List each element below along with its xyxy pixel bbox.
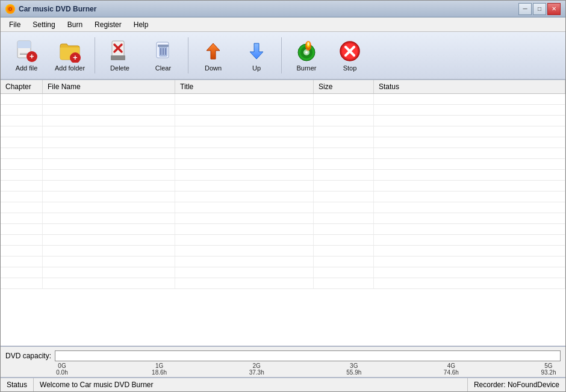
table-cell xyxy=(314,116,374,126)
add-folder-label: Add folder xyxy=(55,64,85,72)
table-row[interactable] xyxy=(1,137,565,148)
up-label: Up xyxy=(252,64,261,72)
table-row[interactable] xyxy=(1,213,565,224)
capacity-tick: 3G55.9h xyxy=(342,362,366,376)
burner-icon xyxy=(294,39,319,63)
table-cell xyxy=(314,246,374,256)
toolbar: ═══ + Add file + Add folder xyxy=(1,32,565,80)
table-cell xyxy=(374,224,565,234)
table-cell xyxy=(314,148,374,158)
status-label-cell: Status xyxy=(1,378,34,391)
table-row[interactable] xyxy=(1,246,565,257)
down-label: Down xyxy=(205,64,222,72)
table-row[interactable] xyxy=(1,181,565,191)
status-message-cell: Welcome to Car music DVD Burner xyxy=(34,378,468,391)
restore-button[interactable]: □ xyxy=(533,3,546,15)
up-icon xyxy=(244,39,269,63)
table-cell xyxy=(1,235,43,245)
svg-marker-20 xyxy=(207,43,220,59)
svg-point-2 xyxy=(10,8,11,10)
table-row[interactable] xyxy=(1,267,565,278)
table-row[interactable] xyxy=(1,278,565,289)
table-row[interactable] xyxy=(1,116,565,126)
table-row[interactable] xyxy=(1,94,565,105)
table-cell xyxy=(314,202,374,213)
table-row[interactable] xyxy=(1,224,565,235)
table-row[interactable] xyxy=(1,235,565,246)
table-cell xyxy=(1,116,43,126)
add-folder-icon: + xyxy=(58,39,82,63)
stop-button[interactable]: Stop xyxy=(329,35,371,76)
minimize-button[interactable]: ─ xyxy=(518,3,532,15)
table-cell xyxy=(175,148,314,158)
tick-size: 3G xyxy=(350,362,358,369)
table-cell xyxy=(175,257,314,267)
menu-item-burn[interactable]: Burn xyxy=(61,19,89,30)
svg-marker-21 xyxy=(250,43,263,59)
table-body[interactable] xyxy=(1,94,565,346)
svg-point-25 xyxy=(305,51,308,54)
table-cell xyxy=(314,137,374,148)
close-button[interactable]: ✕ xyxy=(547,3,561,15)
table-cell xyxy=(175,278,314,288)
table-cell xyxy=(43,235,175,245)
table-cell xyxy=(1,257,43,267)
svg-text:+: + xyxy=(73,53,78,62)
table-cell xyxy=(175,159,314,169)
status-message: Welcome to Car music DVD Burner xyxy=(40,381,154,389)
table-row[interactable] xyxy=(1,191,565,202)
table-row[interactable] xyxy=(1,170,565,181)
add-file-label: Add file xyxy=(16,64,38,72)
table-row[interactable] xyxy=(1,202,565,213)
col-filename: File Name xyxy=(43,80,175,93)
table-cell xyxy=(314,126,374,137)
burner-label: Burner xyxy=(296,64,316,72)
table-row[interactable] xyxy=(1,148,565,159)
table-row[interactable] xyxy=(1,105,565,116)
table-cell xyxy=(374,94,565,104)
table-cell xyxy=(314,224,374,234)
table-cell xyxy=(374,278,565,288)
table-cell xyxy=(1,159,43,169)
table-row[interactable] xyxy=(1,126,565,137)
up-button[interactable]: Up xyxy=(235,35,278,76)
tick-time: 93.2h xyxy=(541,369,556,376)
table-cell xyxy=(175,191,314,202)
table-cell xyxy=(374,126,565,137)
clear-button[interactable]: Clear xyxy=(142,35,184,76)
table-cell xyxy=(1,148,43,158)
table-cell xyxy=(374,116,565,126)
menu-item-help[interactable]: Help xyxy=(128,19,155,30)
table-row[interactable] xyxy=(1,257,565,267)
table-cell xyxy=(1,246,43,256)
tick-time: 55.9h xyxy=(346,369,361,376)
tick-size: 2G xyxy=(253,362,261,369)
table-cell xyxy=(1,105,43,115)
table-cell xyxy=(374,148,565,158)
capacity-label: DVD capacity: xyxy=(5,352,51,360)
down-icon xyxy=(201,39,225,63)
menu-item-setting[interactable]: Setting xyxy=(26,19,61,30)
capacity-tick: 4G74.6h xyxy=(439,362,463,376)
add-folder-button[interactable]: + Add folder xyxy=(49,35,91,76)
table-cell xyxy=(43,126,175,137)
table-cell xyxy=(175,235,314,245)
burner-button[interactable]: Burner xyxy=(285,35,328,76)
add-file-button[interactable]: ═══ + Add file xyxy=(5,35,48,76)
table-cell xyxy=(374,257,565,267)
svg-point-28 xyxy=(308,42,309,46)
table-cell xyxy=(374,105,565,115)
table-cell xyxy=(314,191,374,202)
menu-item-register[interactable]: Register xyxy=(89,19,128,30)
table-cell xyxy=(175,181,314,191)
table-cell xyxy=(314,257,374,267)
table-row[interactable] xyxy=(1,159,565,170)
tick-size: 1G xyxy=(155,362,163,369)
toolbar-separator-1 xyxy=(95,37,95,73)
menu-item-file[interactable]: File xyxy=(3,19,26,30)
table-cell xyxy=(43,213,175,223)
delete-button[interactable]: Delete xyxy=(99,35,141,76)
table-cell xyxy=(1,191,43,202)
down-button[interactable]: Down xyxy=(192,35,234,76)
table-cell xyxy=(175,246,314,256)
